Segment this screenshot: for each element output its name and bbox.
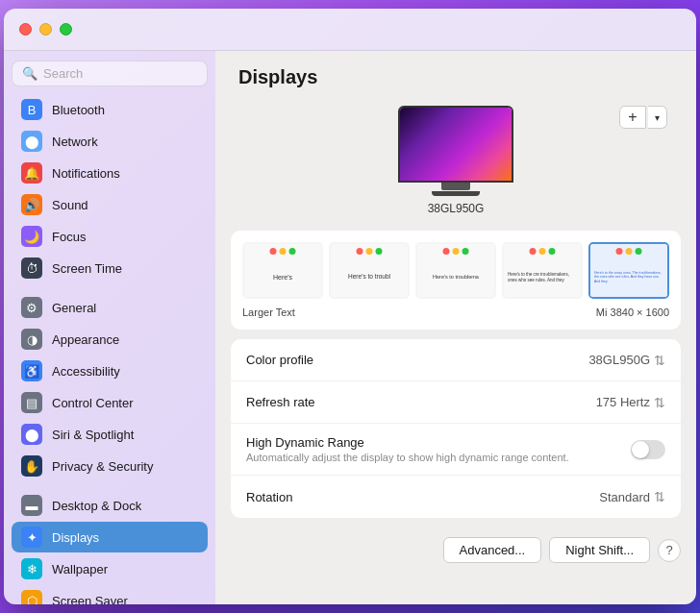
refresh-rate-value[interactable]: 175 Hertz ⇅ — [596, 395, 665, 410]
sidebar-label-displays: Displays — [52, 530, 99, 545]
sidebar-item-desktop-dock[interactable]: ▬Desktop & Dock — [12, 490, 208, 521]
sidebar-item-focus[interactable]: 🌙Focus — [12, 221, 208, 252]
hdr-row: High Dynamic Range Automatically adjust … — [231, 424, 681, 476]
sidebar-item-sound[interactable]: 🔊Sound — [12, 189, 208, 220]
resolution-thumb-3[interactable]: Here's to troublema — [415, 242, 496, 299]
sidebar: 🔍 BBluetooth⬤Network🔔Notifications🔊Sound… — [4, 51, 215, 604]
refresh-rate-stepper[interactable]: ⇅ — [654, 395, 665, 410]
minimize-button[interactable] — [39, 23, 52, 36]
sidebar-item-appearance[interactable]: ◑Appearance — [12, 324, 208, 355]
sidebar-item-control-center[interactable]: ▤Control Center — [12, 387, 208, 418]
dot-yellow-3 — [453, 248, 460, 255]
search-box[interactable]: 🔍 — [12, 61, 208, 86]
dot-red-2 — [357, 248, 363, 255]
appearance-icon: ◑ — [21, 329, 42, 350]
sidebar-label-focus: Focus — [52, 230, 86, 244]
traffic-lights — [19, 23, 72, 36]
main-header: Displays — [215, 51, 696, 96]
sidebar-items: BBluetooth⬤Network🔔Notifications🔊Sound🌙F… — [12, 94, 208, 604]
sidebar-item-accessibility[interactable]: ♿Accessibility — [12, 356, 208, 386]
dot-green-3 — [462, 248, 469, 255]
color-profile-row: Color profile 38GL950G ⇅ — [231, 339, 681, 381]
thumbnails-row: Here's Here's to troubl — [242, 242, 669, 299]
accessibility-icon: ♿ — [21, 360, 42, 381]
hdr-label: High Dynamic Range — [246, 435, 569, 450]
refresh-rate-text: 175 Hertz — [596, 395, 650, 409]
dot-yellow — [280, 248, 287, 255]
dot-red-3 — [443, 248, 450, 255]
display-preview-section: 38GL950G + ▾ — [215, 96, 696, 231]
add-display-controls: + ▾ — [619, 106, 667, 129]
dot-green-2 — [376, 248, 383, 255]
refresh-rate-row: Refresh rate 175 Hertz ⇅ — [231, 381, 681, 424]
sidebar-item-privacy-security[interactable]: ✋Privacy & Security — [12, 451, 208, 481]
sidebar-item-displays[interactable]: ✦Displays — [12, 522, 208, 552]
rotation-stepper[interactable]: ⇅ — [654, 489, 665, 504]
monitor-name: 38GL950G — [428, 202, 485, 215]
maximize-button[interactable] — [60, 23, 72, 36]
toggle-knob — [632, 441, 649, 458]
thumb-inner-3: Here's to troublema — [417, 244, 494, 297]
privacy-icon: ✋ — [21, 455, 42, 477]
hdr-toggle[interactable] — [631, 440, 665, 459]
rotation-label: Rotation — [246, 490, 292, 504]
main-content: Displays 38GL950G + ▾ — [215, 51, 696, 604]
sidebar-item-screen-time[interactable]: ⏱Screen Time — [12, 253, 208, 283]
thumb-inner-1: Here's — [244, 244, 321, 297]
sidebar-item-general[interactable]: ⚙General — [12, 292, 208, 323]
rotation-value[interactable]: Standard ⇅ — [599, 489, 665, 504]
color-profile-value[interactable]: 38GL950G ⇅ — [588, 353, 665, 368]
monitor-base — [432, 191, 480, 196]
dot-green-4 — [549, 248, 556, 255]
thumb-dots-3 — [443, 248, 469, 255]
resolution-thumb-5[interactable]: Here's to the crazy ones. The troublemak… — [588, 242, 669, 299]
night-shift-button[interactable]: Night Shift... — [549, 537, 650, 563]
resolution-section: Here's Here's to troubl — [231, 231, 681, 330]
sidebar-item-bluetooth[interactable]: BBluetooth — [12, 94, 208, 125]
dot-green-5 — [636, 248, 642, 255]
sidebar-item-wallpaper[interactable]: ❄Wallpaper — [12, 553, 208, 584]
monitor-container: 38GL950G — [398, 106, 513, 215]
sidebar-item-network[interactable]: ⬤Network — [12, 126, 208, 157]
resolution-thumb-4[interactable]: Here's to the cre troublemakers, ones wh… — [502, 242, 583, 299]
thumb-inner-4: Here's to the cre troublemakers, ones wh… — [504, 244, 581, 297]
dot-green — [289, 248, 296, 255]
resolution-thumb-1[interactable]: Here's — [242, 242, 323, 299]
help-button[interactable]: ? — [658, 539, 681, 562]
dot-yellow-5 — [626, 248, 633, 255]
sidebar-item-screen-saver[interactable]: ⬡Screen Saver — [12, 585, 208, 604]
siri-icon: ⬤ — [21, 424, 42, 445]
general-icon: ⚙ — [21, 297, 42, 318]
hdr-section: High Dynamic Range Automatically adjust … — [246, 435, 569, 463]
screen-time-icon: ⏱ — [21, 257, 42, 279]
sidebar-item-siri-spotlight[interactable]: ⬤Siri & Spotlight — [12, 419, 208, 450]
settings-section: Color profile 38GL950G ⇅ Refresh rate 17… — [231, 339, 681, 518]
resolution-thumb-2[interactable]: Here's to troubl — [329, 242, 410, 299]
close-button[interactable] — [19, 23, 32, 36]
color-profile-text: 38GL950G — [588, 353, 650, 367]
thumb-dots-2 — [357, 248, 383, 255]
displays-icon: ✦ — [21, 527, 42, 548]
rotation-row: Rotation Standard ⇅ — [231, 476, 681, 518]
advanced-button[interactable]: Advanced... — [443, 537, 542, 563]
thumb-dots-4 — [530, 248, 556, 255]
search-icon: 🔍 — [22, 66, 38, 81]
monitor-frame — [398, 106, 513, 183]
sidebar-label-general: General — [52, 301, 96, 315]
color-profile-label: Color profile — [246, 353, 313, 367]
control-center-icon: ▤ — [21, 392, 42, 413]
search-input[interactable] — [43, 66, 197, 81]
sidebar-item-notifications[interactable]: 🔔Notifications — [12, 158, 208, 188]
sidebar-label-network: Network — [52, 135, 98, 149]
add-display-button[interactable]: + — [619, 106, 646, 129]
notifications-icon: 🔔 — [21, 162, 42, 184]
thumb-dots-1 — [270, 248, 296, 255]
sidebar-label-privacy-security: Privacy & Security — [52, 459, 153, 474]
color-profile-stepper[interactable]: ⇅ — [654, 353, 665, 368]
sidebar-label-bluetooth: Bluetooth — [52, 103, 105, 117]
thumb-text-3: Here's to troublema — [429, 274, 483, 281]
screen-saver-icon: ⬡ — [21, 590, 42, 604]
more-space-label: Mi 3840 × 1600 — [596, 306, 669, 318]
display-dropdown-button[interactable]: ▾ — [648, 106, 667, 129]
bottom-buttons: Advanced... Night Shift... ? — [215, 527, 696, 573]
